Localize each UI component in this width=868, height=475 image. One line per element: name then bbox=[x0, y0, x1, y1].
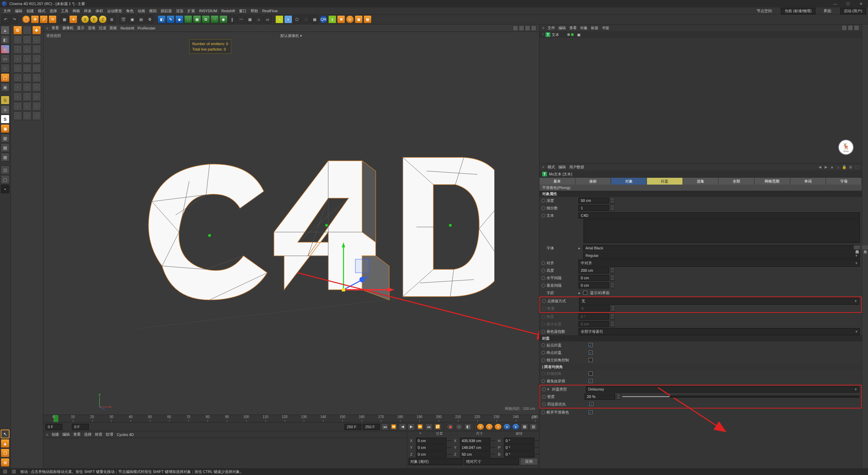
undo-button[interactable]: ↶ bbox=[1, 15, 9, 23]
start-frame[interactable]: 0 F bbox=[45, 424, 62, 430]
rotate-tool[interactable]: ⟳ bbox=[48, 15, 57, 23]
point-mode[interactable]: ◦ bbox=[1, 64, 9, 73]
om-path-icon[interactable] bbox=[854, 25, 859, 31]
window-min[interactable]: — bbox=[830, 2, 840, 6]
nav-1[interactable]: ⌂ bbox=[835, 164, 841, 170]
o-1[interactable]: ↖ bbox=[1, 430, 9, 438]
vspace-field[interactable]: 0 cm bbox=[578, 282, 609, 288]
nav-fwd[interactable]: ▶ bbox=[823, 164, 829, 170]
tweak-mode[interactable]: ◉ bbox=[1, 124, 9, 133]
menu-mesh[interactable]: 网格 bbox=[71, 8, 81, 14]
menu-animate[interactable]: 动画 bbox=[136, 8, 146, 14]
mograph-icon[interactable]: ◉ bbox=[219, 15, 228, 23]
startcap-check[interactable]: ✓ bbox=[589, 343, 593, 347]
menu-volume[interactable]: 体积 bbox=[94, 8, 104, 14]
break-check[interactable]: ✓ bbox=[589, 410, 593, 414]
axis-z[interactable]: Z bbox=[99, 15, 107, 23]
density-field[interactable]: 20 % bbox=[585, 394, 615, 400]
k2[interactable]: ● bbox=[486, 423, 493, 430]
height-field[interactable]: 200 cm bbox=[578, 267, 609, 273]
mm-texture[interactable]: 纹理 bbox=[106, 432, 113, 437]
g-14[interactable]: · bbox=[23, 64, 32, 73]
axis-y[interactable]: Y bbox=[90, 15, 98, 23]
range-a[interactable]: 250 F bbox=[344, 424, 361, 430]
axis-mode[interactable]: S bbox=[1, 96, 9, 104]
avoid-check[interactable]: ✓ bbox=[589, 379, 593, 383]
om-search-icon[interactable] bbox=[842, 25, 847, 31]
snap-2[interactable]: ▦ bbox=[1, 153, 9, 162]
viewport-solo[interactable]: ▦ bbox=[1, 134, 9, 142]
om-filter-icon[interactable] bbox=[848, 25, 853, 31]
g-12[interactable]: · bbox=[32, 54, 41, 63]
keysel[interactable]: ◧ bbox=[464, 423, 472, 430]
prev-key[interactable]: ⏪ bbox=[390, 423, 397, 430]
menu-realflow[interactable]: RealFlow bbox=[261, 8, 279, 14]
menu-tools[interactable]: 工具 bbox=[60, 8, 70, 14]
om-objects[interactable]: 对象 bbox=[580, 25, 588, 31]
menu-redshift[interactable]: Redshift bbox=[220, 8, 236, 14]
poly-mode[interactable]: ▣ bbox=[1, 83, 9, 92]
nav-2[interactable]: 🔒 bbox=[842, 164, 847, 170]
indep-check[interactable] bbox=[589, 358, 593, 362]
model-mode[interactable]: ◧ bbox=[1, 35, 9, 44]
light-icon[interactable]: ☼ bbox=[255, 15, 263, 23]
range-b[interactable]: 250 F bbox=[363, 424, 380, 430]
endcap-check[interactable]: ✓ bbox=[589, 350, 593, 355]
g-28[interactable]: · bbox=[13, 111, 22, 120]
menu-tracker[interactable]: 跟踪器 bbox=[159, 8, 173, 14]
g-5[interactable]: · bbox=[23, 35, 32, 44]
axis-mode2[interactable]: ⊕ bbox=[1, 105, 9, 114]
mm-view[interactable]: 查看 bbox=[73, 432, 81, 437]
o-4[interactable]: ⊕ bbox=[1, 458, 9, 467]
menu-character[interactable]: 角色 bbox=[125, 8, 135, 14]
nodespace-value[interactable]: 当前 (标准/物理) bbox=[781, 8, 815, 14]
g-11[interactable]: · bbox=[23, 54, 32, 63]
floor-icon[interactable]: ▭ bbox=[263, 15, 272, 23]
xp-1[interactable]: ✦ bbox=[275, 15, 283, 23]
coord-mode-1[interactable]: 对象 (相对) bbox=[409, 458, 463, 465]
window-close[interactable]: ✕ bbox=[856, 2, 866, 6]
rs-5[interactable]: ▦ bbox=[363, 15, 372, 23]
coord-system[interactable]: ⊞ bbox=[107, 15, 116, 23]
om-tags[interactable]: 标签 bbox=[591, 25, 598, 31]
coord-apply[interactable]: 应用 bbox=[520, 458, 538, 465]
coord-mode-2[interactable]: 绝对尺寸 bbox=[465, 458, 519, 465]
g-22[interactable]: · bbox=[13, 92, 22, 101]
o-3[interactable]: ⬡ bbox=[1, 449, 9, 457]
snap-5[interactable]: ▪ bbox=[1, 185, 9, 193]
phong-tag[interactable]: 平滑着色(Phong) bbox=[539, 185, 862, 191]
nav-4[interactable]: ⬚ bbox=[854, 164, 859, 170]
menu-select[interactable]: 选择 bbox=[48, 8, 58, 14]
g-2[interactable] bbox=[23, 26, 32, 35]
menu-mograph[interactable]: 运动图形 bbox=[106, 8, 123, 14]
xp-5[interactable]: ▦ bbox=[311, 15, 319, 23]
vp-nav-4[interactable] bbox=[531, 25, 536, 31]
vp-menu-redshift[interactable]: Redshift bbox=[120, 26, 134, 30]
current-frame[interactable]: 0 F bbox=[72, 424, 89, 430]
axis-x[interactable]: X bbox=[81, 15, 89, 23]
menu-edit[interactable]: 编辑 bbox=[14, 8, 24, 14]
vp-nav-3[interactable] bbox=[525, 25, 530, 31]
o-2[interactable]: ▲ bbox=[1, 439, 9, 448]
k6[interactable]: ▦ bbox=[521, 423, 528, 430]
shader-select[interactable]: 全部字母索引▾ bbox=[578, 328, 860, 335]
nav-back[interactable]: ◀ bbox=[817, 164, 823, 170]
g-27[interactable]: · bbox=[32, 102, 41, 111]
scale-tool[interactable]: ⤢ bbox=[40, 15, 48, 23]
tab-all[interactable]: 全部 bbox=[718, 178, 754, 185]
om-view[interactable]: 查看 bbox=[569, 25, 577, 31]
g-29[interactable]: · bbox=[23, 111, 32, 120]
k1[interactable]: ● bbox=[477, 423, 484, 430]
mm-cycles[interactable]: Cycles 4D bbox=[117, 433, 134, 437]
vp-menu-cam[interactable]: 摄像机 bbox=[62, 25, 74, 31]
goto-start[interactable]: ⏮ bbox=[381, 423, 389, 430]
vp-menu-prorender[interactable]: ProRender bbox=[138, 26, 156, 30]
tab-coord[interactable]: 坐标 bbox=[575, 178, 611, 185]
vp-menu-filter[interactable]: 过滤 bbox=[99, 25, 106, 31]
snap-3[interactable]: ⊡ bbox=[1, 166, 9, 174]
edge-mode[interactable]: ▢ bbox=[1, 73, 9, 82]
menu-render[interactable]: 渲染 bbox=[175, 8, 185, 14]
xp-3[interactable]: ⬡ bbox=[293, 15, 301, 23]
locked-tool-icon[interactable]: ✦ bbox=[69, 15, 77, 23]
goto-end[interactable]: ⏭ bbox=[425, 423, 433, 430]
